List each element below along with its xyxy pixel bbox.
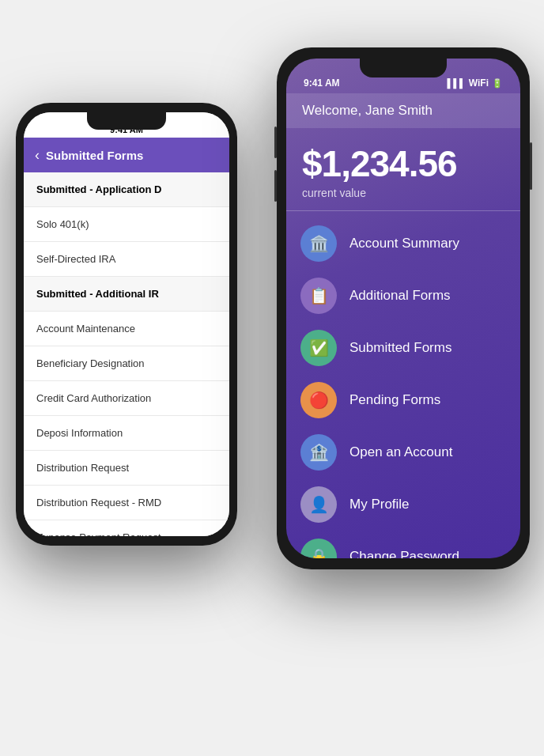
balance-section: $1,234.56 current value xyxy=(286,128,520,211)
front-menu-item-0[interactable]: 🏛️Account Summary xyxy=(286,217,520,270)
menu-label-6: Change Password xyxy=(349,549,459,558)
front-menu-item-1[interactable]: 📋Additional Forms xyxy=(286,270,520,322)
signal-icon: ▌▌▌ xyxy=(447,78,465,88)
front-menu-item-5[interactable]: 👤My Profile xyxy=(286,478,520,531)
back-menu-item-9[interactable]: Distribution Request - RMD xyxy=(24,486,229,520)
back-screen: 9:41 AM ‹ Submitted Forms Submitted - Ap… xyxy=(24,112,229,536)
back-nav-header: ‹ Submitted Forms xyxy=(24,138,229,172)
front-menu-item-4[interactable]: 🏦Open an Account xyxy=(286,426,520,478)
menu-icon-6: 🔒 xyxy=(300,539,337,558)
front-notch xyxy=(360,59,447,77)
back-menu-item-0: Submitted - Application D xyxy=(24,172,229,207)
back-menu-item-1[interactable]: Solo 401(k) xyxy=(24,207,229,242)
status-icons: ▌▌▌ WiFi 🔋 xyxy=(447,77,503,89)
menu-icon-5: 👤 xyxy=(300,486,337,523)
back-menu-list: Submitted - Application DSolo 401(k)Self… xyxy=(24,172,229,536)
menu-icon-0: 🏛️ xyxy=(300,225,337,262)
vol-down-button xyxy=(274,170,277,202)
welcome-text: Welcome, Jane Smith xyxy=(302,103,504,119)
back-phone: 9:41 AM ‹ Submitted Forms Submitted - Ap… xyxy=(16,103,237,546)
menu-label-4: Open an Account xyxy=(349,444,452,460)
menu-icon-3: 🔴 xyxy=(300,382,337,418)
back-menu-item-4[interactable]: Account Maintenance xyxy=(24,312,229,346)
back-nav-title: Submitted Forms xyxy=(46,149,143,162)
back-menu-item-10[interactable]: Expense Payment Request xyxy=(24,520,229,536)
front-menu: 🏛️Account Summary📋Additional Forms✅Submi… xyxy=(286,211,520,558)
menu-icon-2: ✅ xyxy=(300,330,337,366)
wifi-icon: WiFi xyxy=(469,77,489,89)
menu-icon-4: 🏦 xyxy=(300,434,337,471)
back-menu-item-6[interactable]: Credit Card Authorization xyxy=(24,381,229,416)
back-menu-item-2[interactable]: Self-Directed IRA xyxy=(24,242,229,277)
menu-icon-1: 📋 xyxy=(300,278,337,314)
back-menu-item-5[interactable]: Beneficiary Designation xyxy=(24,346,229,381)
back-menu-item-7[interactable]: Deposi Information xyxy=(24,416,229,451)
front-menu-item-2[interactable]: ✅Submitted Forms xyxy=(286,322,520,374)
vol-up-button xyxy=(274,127,277,158)
front-status-time: 9:41 AM xyxy=(304,77,340,89)
menu-label-1: Additional Forms xyxy=(349,288,451,304)
back-menu-item-8[interactable]: Distribution Request xyxy=(24,451,229,486)
balance-label: current value xyxy=(302,187,504,199)
front-phone: 9:41 AM ▌▌▌ WiFi 🔋 Welcome, Jane Smith $… xyxy=(277,47,530,569)
menu-label-5: My Profile xyxy=(349,497,410,512)
menu-label-3: Pending Forms xyxy=(349,392,440,408)
front-menu-item-3[interactable]: 🔴Pending Forms xyxy=(286,374,520,426)
power-button xyxy=(530,142,532,190)
back-arrow-icon[interactable]: ‹ xyxy=(35,147,40,164)
balance-amount: $1,234.56 xyxy=(302,142,504,185)
menu-label-2: Submitted Forms xyxy=(349,340,451,356)
front-menu-item-6[interactable]: 🔒Change Password xyxy=(286,531,520,558)
welcome-section: Welcome, Jane Smith xyxy=(286,93,520,128)
battery-icon: 🔋 xyxy=(492,78,503,89)
back-menu-item-3: Submitted - Additional IR xyxy=(24,277,229,312)
front-screen: 9:41 AM ▌▌▌ WiFi 🔋 Welcome, Jane Smith $… xyxy=(286,59,520,558)
back-notch xyxy=(87,112,166,130)
menu-label-0: Account Summary xyxy=(349,236,459,251)
